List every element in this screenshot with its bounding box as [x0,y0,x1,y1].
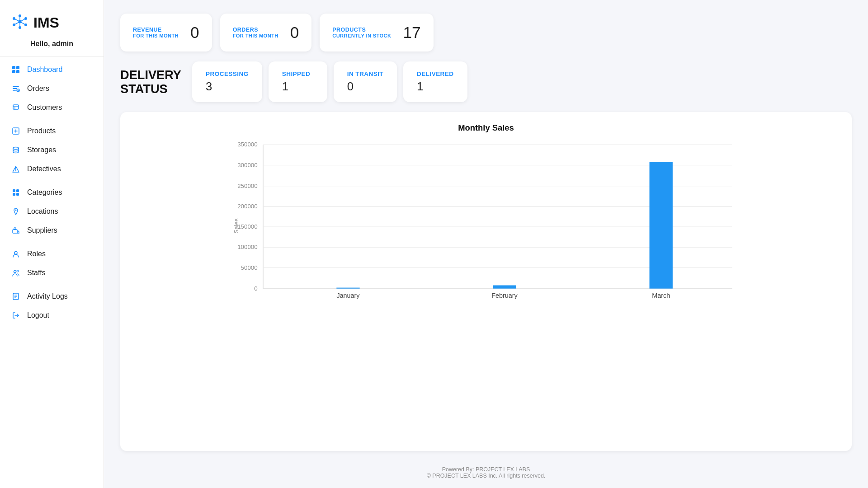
sidebar-item-customers[interactable]: Customers [0,98,104,117]
svg-rect-24 [13,189,15,192]
processing-label: PROCESSING [206,70,249,77]
revenue-subtitle: FOR THIS MONTH [133,33,179,38]
delivery-title: DELIVERYSTATUS [120,68,181,96]
svg-rect-27 [16,193,19,196]
sidebar-item-categories[interactable]: Categories [0,183,104,202]
sidebar-label-orders: Orders [27,84,49,93]
footer: Powered By: PROJECT LEX LABS © PROJECT L… [120,462,852,479]
sidebar-item-products[interactable]: Products [0,122,104,141]
y-tick-200000: 200000 [237,203,258,210]
svg-rect-29 [13,230,17,233]
sidebar-item-logout[interactable]: Logout [0,306,104,325]
sidebar-item-activity-logs[interactable]: Activity Logs [0,287,104,306]
delivery-section: DELIVERYSTATUS PROCESSING 3 SHIPPED 1 IN… [120,61,852,102]
x-label-february: February [491,292,518,299]
greeting: Hello, admin [0,40,104,48]
chart-title: Monthly Sales [131,123,841,133]
shipped-value: 1 [282,80,314,93]
svg-rect-13 [12,66,15,69]
sidebar-item-orders[interactable]: Orders [0,79,104,98]
delivery-card-in-transit: IN TRANSIT 0 [334,61,397,102]
categories-icon [11,188,21,197]
delivery-card-shipped: SHIPPED 1 [269,61,327,102]
locations-icon [11,206,21,216]
svg-rect-30 [14,228,16,230]
bar-january [336,288,359,289]
sidebar-item-suppliers[interactable]: Suppliers [0,221,104,240]
delivered-label: DELIVERED [417,70,453,77]
shipped-label: SHIPPED [282,70,314,77]
sidebar-item-locations[interactable]: Locations [0,202,104,221]
defectives-icon [11,164,21,174]
sidebar-label-defectives: Defectives [27,165,61,173]
y-tick-50000: 50000 [241,264,258,271]
sidebar-nav: Dashboard Orders Customers Products [0,60,104,479]
svg-point-23 [15,170,16,171]
main-content: REVENUE FOR THIS MONTH 0 ORDERS FOR THIS… [104,0,868,488]
bar-march [650,162,673,288]
sidebar-label-logout: Logout [27,311,49,319]
sidebar-label-storages: Storages [27,146,56,154]
activity-icon [11,291,21,301]
y-tick-300000: 300000 [237,162,258,169]
sidebar-divider [0,56,104,56]
y-axis-label: Sales [233,218,240,234]
footer-line2: © PROJECT LEX LABS Inc. All rights reser… [120,473,852,479]
stat-card-revenue: REVENUE FOR THIS MONTH 0 [120,14,212,52]
sidebar-item-dashboard[interactable]: Dashboard [0,60,104,79]
x-label-january: January [336,292,360,299]
svg-rect-15 [12,70,15,73]
suppliers-icon [11,225,21,235]
sidebar-item-storages[interactable]: Storages [0,141,104,160]
svg-point-17 [17,89,19,92]
svg-line-9 [14,19,20,22]
orders-title: ORDERS [233,27,278,33]
delivery-card-processing: PROCESSING 3 [192,61,262,102]
monthly-sales-chart-section: Monthly Sales 0 50000 100000 [120,112,852,451]
sidebar-label-categories: Categories [27,188,62,197]
svg-line-11 [14,22,20,25]
storages-icon [11,145,21,155]
footer-line1: Powered By: PROJECT LEX LABS [120,466,852,473]
x-label-march: March [652,292,670,299]
stat-cards-row: REVENUE FOR THIS MONTH 0 ORDERS FOR THIS… [120,14,852,52]
y-tick-250000: 250000 [237,183,258,189]
stat-card-products: PRODUCTS CURRENTLY IN STOCK 17 [320,14,433,52]
svg-rect-16 [16,70,19,73]
sidebar-label-roles: Roles [27,250,46,258]
svg-rect-14 [16,66,19,69]
delivery-title-box: DELIVERYSTATUS [120,61,186,102]
svg-point-31 [14,252,17,254]
svg-rect-25 [16,189,19,192]
stat-card-orders: ORDERS FOR THIS MONTH 0 [220,14,312,52]
y-tick-0: 0 [254,285,257,292]
svg-point-28 [15,210,17,211]
y-tick-100000: 100000 [237,244,258,250]
svg-line-10 [20,19,26,22]
delivery-card-delivered: DELIVERED 1 [403,61,467,102]
orders-icon [11,84,21,94]
processing-value: 3 [206,80,249,93]
revenue-value: 0 [190,23,199,42]
logout-icon [11,310,21,320]
bar-february [493,285,516,288]
chart-svg: 0 50000 100000 150000 200000 250000 3000… [131,140,841,312]
in-transit-label: IN TRANSIT [347,70,383,77]
delivered-value: 1 [417,80,453,93]
sidebar-item-staffs[interactable]: Staffs [0,263,104,282]
sidebar-label-locations: Locations [27,207,58,216]
sidebar-item-defectives[interactable]: Defectives [0,160,104,178]
roles-icon [11,249,21,259]
products-value: 17 [403,23,420,42]
svg-rect-18 [13,105,19,109]
svg-point-22 [13,147,19,150]
sidebar-item-roles[interactable]: Roles [0,244,104,263]
products-title: PRODUCTS [332,27,391,33]
orders-value: 0 [290,23,299,42]
in-transit-value: 0 [347,80,383,93]
sidebar-label-customers: Customers [27,103,62,112]
sidebar-label-staffs: Staffs [27,269,46,277]
y-tick-350000: 350000 [237,141,258,148]
svg-point-33 [17,270,19,272]
chart-area: 0 50000 100000 150000 200000 250000 3000… [131,140,841,312]
